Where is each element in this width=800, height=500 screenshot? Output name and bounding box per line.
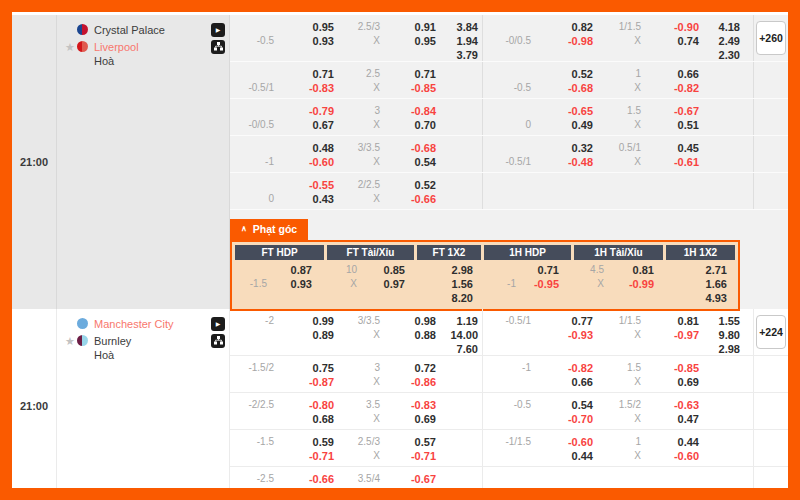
- odds-value[interactable]: -0.61: [674, 155, 699, 169]
- 1x2-odds-value[interactable]: 2.71: [706, 263, 727, 277]
- odds-value[interactable]: -0.60: [309, 155, 334, 169]
- odds-value[interactable]: 0.43: [313, 192, 334, 206]
- team-name[interactable]: Burnley: [94, 335, 131, 347]
- odds-value[interactable]: -0.65: [568, 104, 593, 118]
- odds-value[interactable]: 0.70: [415, 118, 436, 132]
- odds-value[interactable]: 0.77: [572, 314, 593, 328]
- lineup-button[interactable]: [211, 40, 225, 54]
- odds-value[interactable]: 0.69: [678, 375, 699, 389]
- odds-value[interactable]: 0.72: [415, 361, 436, 375]
- odds-value[interactable]: -0.68: [568, 81, 593, 95]
- odds-value[interactable]: -0.83: [309, 81, 334, 95]
- odds-value[interactable]: -0.66: [309, 472, 334, 486]
- odds-value[interactable]: 0.66: [572, 375, 593, 389]
- odds-value[interactable]: -0.66: [411, 192, 436, 206]
- odds-value[interactable]: 0.66: [678, 67, 699, 81]
- odds-value[interactable]: 0.81: [678, 314, 699, 328]
- odds-value[interactable]: 0.69: [415, 412, 436, 426]
- 1x2-odds-value[interactable]: 1.19: [457, 314, 478, 328]
- odds-value[interactable]: 0.45: [678, 141, 699, 155]
- odds-value[interactable]: -0.60: [568, 435, 593, 449]
- odds-value[interactable]: 0.74: [678, 34, 699, 48]
- odds-value[interactable]: -0.98: [568, 34, 593, 48]
- team-name[interactable]: Crystal Palace: [94, 24, 165, 36]
- 1x2-odds-value[interactable]: 1.94: [457, 34, 478, 48]
- 1x2-odds-value[interactable]: 4.18: [719, 20, 740, 34]
- odds-value[interactable]: -0.55: [309, 178, 334, 192]
- odds-value[interactable]: 0.44: [678, 435, 699, 449]
- 1x2-odds-value[interactable]: 1.66: [706, 277, 727, 291]
- odds-value[interactable]: -0.97: [674, 328, 699, 342]
- 1x2-odds-value[interactable]: 8.20: [452, 291, 473, 305]
- odds-value[interactable]: -0.67: [411, 472, 436, 486]
- odds-value[interactable]: 0.91: [415, 20, 436, 34]
- odds-value[interactable]: 0.71: [538, 263, 559, 277]
- 1x2-odds-value[interactable]: 14.00: [450, 328, 478, 342]
- odds-value[interactable]: 0.71: [313, 67, 334, 81]
- odds-value[interactable]: 0.52: [415, 178, 436, 192]
- odds-value[interactable]: 0.51: [678, 118, 699, 132]
- odds-value[interactable]: 0.93: [291, 277, 312, 291]
- odds-value[interactable]: -0.99: [629, 277, 654, 291]
- odds-value[interactable]: -0.86: [411, 375, 436, 389]
- odds-value[interactable]: -0.87: [309, 375, 334, 389]
- odds-value[interactable]: 0.95: [415, 34, 436, 48]
- odds-value[interactable]: 0.98: [415, 314, 436, 328]
- odds-value[interactable]: 0.32: [572, 141, 593, 155]
- 1x2-odds-value[interactable]: 2.49: [719, 34, 740, 48]
- odds-value[interactable]: -0.85: [411, 81, 436, 95]
- odds-value[interactable]: 0.48: [313, 141, 334, 155]
- odds-value[interactable]: -0.95: [534, 277, 559, 291]
- odds-value[interactable]: -0.83: [411, 398, 436, 412]
- odds-value[interactable]: -0.68: [411, 141, 436, 155]
- odds-value[interactable]: -0.71: [309, 449, 334, 463]
- 1x2-odds-value[interactable]: 3.79: [457, 48, 478, 62]
- 1x2-odds-value[interactable]: 2.98: [719, 342, 740, 356]
- corners-tab[interactable]: ∧Phạt góc: [230, 219, 308, 240]
- 1x2-odds-value[interactable]: 2.30: [719, 48, 740, 62]
- odds-value[interactable]: 0.85: [384, 263, 405, 277]
- 1x2-odds-value[interactable]: 9.80: [719, 328, 740, 342]
- odds-value[interactable]: 0.59: [313, 435, 334, 449]
- more-bets-button[interactable]: +224: [756, 315, 786, 349]
- 1x2-odds-value[interactable]: 7.60: [457, 342, 478, 356]
- odds-value[interactable]: 0.49: [572, 118, 593, 132]
- odds-value[interactable]: -0.63: [674, 398, 699, 412]
- odds-value[interactable]: 0.71: [415, 67, 436, 81]
- odds-value[interactable]: 0.82: [572, 20, 593, 34]
- odds-value[interactable]: 0.87: [291, 263, 312, 277]
- odds-value[interactable]: 0.52: [572, 67, 593, 81]
- more-bets-button[interactable]: +260: [756, 21, 786, 55]
- play-button[interactable]: ▶: [211, 23, 225, 37]
- odds-value[interactable]: -0.85: [674, 361, 699, 375]
- odds-value[interactable]: 0.97: [384, 277, 405, 291]
- odds-value[interactable]: -0.82: [674, 81, 699, 95]
- odds-value[interactable]: 0.89: [313, 328, 334, 342]
- odds-value[interactable]: -0.79: [309, 104, 334, 118]
- odds-value[interactable]: 0.67: [313, 118, 334, 132]
- odds-value[interactable]: -0.48: [568, 155, 593, 169]
- 1x2-odds-value[interactable]: 3.84: [457, 20, 478, 34]
- odds-value[interactable]: -0.71: [411, 449, 436, 463]
- 1x2-odds-value[interactable]: 2.98: [452, 263, 473, 277]
- odds-value[interactable]: 0.54: [415, 155, 436, 169]
- lineup-button[interactable]: [211, 334, 225, 348]
- 1x2-odds-value[interactable]: 4.93: [706, 291, 727, 305]
- odds-value[interactable]: 0.54: [572, 398, 593, 412]
- odds-value[interactable]: 0.88: [415, 328, 436, 342]
- odds-value[interactable]: 0.47: [678, 412, 699, 426]
- odds-value[interactable]: -0.90: [674, 20, 699, 34]
- odds-value[interactable]: 0.44: [572, 449, 593, 463]
- 1x2-odds-value[interactable]: 1.55: [719, 314, 740, 328]
- odds-value[interactable]: -0.80: [309, 398, 334, 412]
- odds-value[interactable]: 0.57: [415, 435, 436, 449]
- odds-value[interactable]: 0.93: [313, 34, 334, 48]
- odds-value[interactable]: 0.81: [633, 263, 654, 277]
- odds-value[interactable]: -0.93: [568, 328, 593, 342]
- team-name[interactable]: Manchester City: [94, 318, 173, 330]
- odds-value[interactable]: 0.95: [313, 20, 334, 34]
- favorite-star-icon[interactable]: ★: [63, 40, 77, 54]
- odds-value[interactable]: 0.75: [313, 361, 334, 375]
- play-button[interactable]: ▶: [211, 317, 225, 331]
- odds-value[interactable]: -0.60: [674, 449, 699, 463]
